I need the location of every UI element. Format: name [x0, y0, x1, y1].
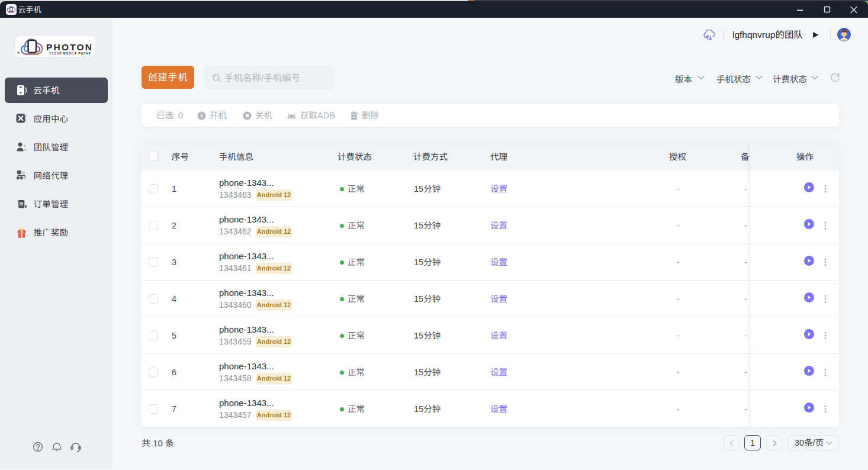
svg-text:CLOUD MOBILE PHONE: CLOUD MOBILE PHONE	[50, 52, 91, 55]
svg-text:PHOTON: PHOTON	[46, 42, 93, 52]
